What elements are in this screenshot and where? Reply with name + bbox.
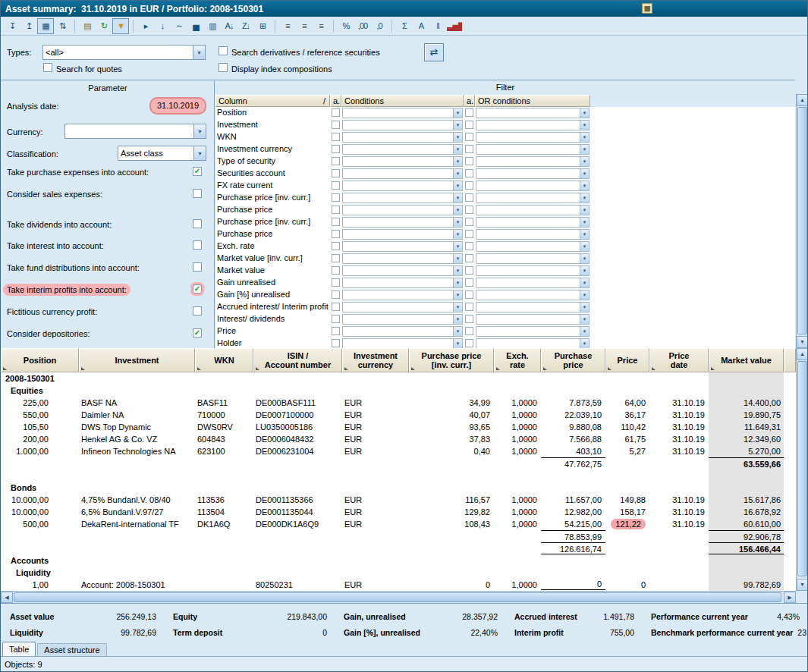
conditions-select[interactable]: ▼ (342, 302, 463, 312)
or-and-checkbox[interactable] (465, 278, 473, 287)
or-and-checkbox[interactable] (465, 315, 473, 323)
or-and-checkbox[interactable] (465, 303, 473, 311)
column-header-price[interactable]: Price (605, 348, 649, 372)
chevron-down-icon[interactable]: ▼ (580, 278, 589, 287)
chevron-down-icon[interactable]: ▼ (580, 339, 589, 348)
scroll-right-icon[interactable]: ▶ (784, 592, 796, 603)
chevron-down-icon[interactable]: ▼ (580, 218, 589, 227)
and-checkbox[interactable] (332, 254, 340, 262)
sort-desc-icon[interactable]: Z↓ (237, 18, 254, 34)
percent-icon[interactable]: % (338, 18, 354, 34)
or-conditions-select[interactable]: ▼ (476, 314, 589, 325)
chevron-down-icon[interactable]: ▼ (453, 303, 462, 312)
conditions-select[interactable]: ▼ (342, 120, 463, 130)
filter-header-or-conditions[interactable]: OR conditions (475, 95, 590, 107)
and-checkbox[interactable] (332, 157, 340, 165)
chevron-down-icon[interactable]: ▼ (580, 145, 589, 154)
chevron-down-icon[interactable]: ▼ (580, 206, 589, 215)
and-checkbox[interactable] (332, 145, 340, 153)
consider-sales-expenses-checkbox[interactable] (193, 189, 202, 198)
chevron-down-icon[interactable]: ▼ (453, 169, 462, 178)
or-conditions-select[interactable]: ▼ (476, 205, 589, 215)
sum-icon[interactable]: Σ (396, 18, 413, 34)
split-view-icon[interactable]: ‖ (429, 18, 446, 34)
table-columns-icon[interactable]: ▥ (204, 18, 221, 34)
table-row[interactable]: 500,00DekaRent-international TFDK1A6QDE0… (1, 518, 796, 530)
scaling-icon[interactable]: ⇅ (54, 18, 71, 34)
filter-icon[interactable]: ▼ (112, 18, 129, 34)
column-header-isin-account[interactable]: ISIN / Account number (253, 348, 342, 372)
chevron-down-icon[interactable]: ▼ (580, 266, 589, 275)
column-header-price-date[interactable]: Price date (649, 348, 709, 372)
or-and-checkbox[interactable] (465, 266, 473, 275)
analysis-settings-icon[interactable]: ▦ (37, 18, 54, 34)
and-checkbox[interactable] (332, 327, 340, 335)
conditions-select[interactable]: ▼ (342, 144, 463, 155)
chevron-down-icon[interactable]: ▼ (580, 327, 589, 336)
chevron-down-icon[interactable]: ▼ (580, 254, 589, 263)
take-purchase-expenses-into-account-checkbox[interactable] (193, 167, 202, 176)
or-conditions-select[interactable]: ▼ (476, 290, 589, 300)
or-and-checkbox[interactable] (465, 181, 473, 190)
and-checkbox[interactable] (332, 133, 340, 141)
chevron-down-icon[interactable]: ▼ (453, 327, 462, 336)
chevron-down-icon[interactable]: ▼ (453, 108, 462, 118)
scroll-left-icon[interactable]: ◀ (1, 592, 13, 603)
table-row[interactable]: 200,00Henkel AG & Co. VZ604843DE00060484… (1, 433, 796, 445)
or-and-checkbox[interactable] (465, 327, 473, 335)
column-header-investment[interactable]: Investment (79, 348, 195, 372)
chevron-down-icon[interactable]: ▼ (453, 133, 462, 142)
table-row[interactable]: 10.000,006,5% Bundanl.V.97/27113504DE000… (1, 506, 796, 518)
chevron-down-icon[interactable]: ▼ (453, 315, 462, 324)
tab-table[interactable]: Table (2, 642, 36, 656)
types-select[interactable]: <all> ▼ (42, 45, 206, 60)
and-checkbox[interactable] (332, 266, 340, 275)
take-fund-distributions-into-account-checkbox[interactable] (193, 262, 202, 272)
table-row[interactable]: 1.000,00Infineon Technologies NA623100DE… (1, 445, 796, 457)
align-center-icon[interactable]: ≡ (296, 18, 313, 34)
table-row[interactable]: 550,00Daimler NA710000DE0007100000EUR40,… (1, 409, 796, 421)
column-header-investment-currency[interactable]: Investment currency (342, 348, 409, 372)
or-and-checkbox[interactable] (465, 145, 473, 153)
remove-decimal-icon[interactable]: ,0 (371, 18, 388, 34)
chevron-down-icon[interactable]: ▼ (193, 146, 206, 160)
and-checkbox[interactable] (332, 181, 340, 190)
conditions-select[interactable]: ▼ (342, 108, 463, 118)
chevron-down-icon[interactable]: ▼ (580, 133, 589, 142)
chevron-down-icon[interactable]: ▼ (453, 181, 462, 190)
column-header-exch-rate[interactable]: Exch. rate (494, 348, 541, 372)
scrollbar-thumb[interactable] (797, 107, 807, 334)
or-and-checkbox[interactable] (465, 254, 473, 262)
chart-icon[interactable]: ▃▅▇ (446, 18, 463, 34)
reload-button[interactable]: ⇄ (424, 43, 444, 61)
chevron-down-icon[interactable]: ▼ (193, 46, 205, 59)
chevron-down-icon[interactable]: ▼ (193, 124, 206, 138)
or-conditions-select[interactable]: ▼ (476, 120, 589, 130)
chevron-down-icon[interactable]: ▼ (453, 145, 462, 154)
drill-down-icon[interactable]: ↓ (154, 18, 171, 34)
or-conditions-select[interactable]: ▼ (476, 326, 589, 337)
conditions-select[interactable]: ▼ (342, 156, 463, 167)
or-conditions-select[interactable]: ▼ (476, 217, 589, 228)
chevron-down-icon[interactable]: ▼ (580, 242, 589, 251)
chevron-down-icon[interactable]: ▼ (580, 121, 589, 130)
conditions-select[interactable]: ▼ (342, 290, 463, 300)
column-header-market-value[interactable]: Market value (709, 348, 784, 372)
conditions-select[interactable]: ▼ (342, 168, 463, 179)
bar-chart-icon[interactable]: ▅ (187, 18, 204, 34)
or-conditions-select[interactable]: ▼ (476, 265, 589, 276)
chevron-down-icon[interactable]: ▼ (580, 157, 589, 166)
refresh-icon[interactable]: ↻ (96, 18, 112, 34)
filter-header-column[interactable]: Column/ (215, 95, 330, 107)
conditions-select[interactable]: ▼ (342, 193, 463, 203)
or-and-checkbox[interactable] (465, 193, 473, 202)
search-quotes-checkbox[interactable] (43, 63, 52, 72)
and-checkbox[interactable] (332, 290, 340, 299)
curve-icon[interactable]: ∼ (171, 18, 187, 34)
conditions-select[interactable]: ▼ (342, 253, 463, 264)
and-checkbox[interactable] (332, 108, 340, 117)
conditions-select[interactable]: ▼ (342, 205, 463, 215)
and-checkbox[interactable] (332, 230, 340, 238)
align-left-icon[interactable]: ≡ (279, 18, 296, 34)
calendar-icon[interactable]: ▤ (79, 18, 96, 34)
